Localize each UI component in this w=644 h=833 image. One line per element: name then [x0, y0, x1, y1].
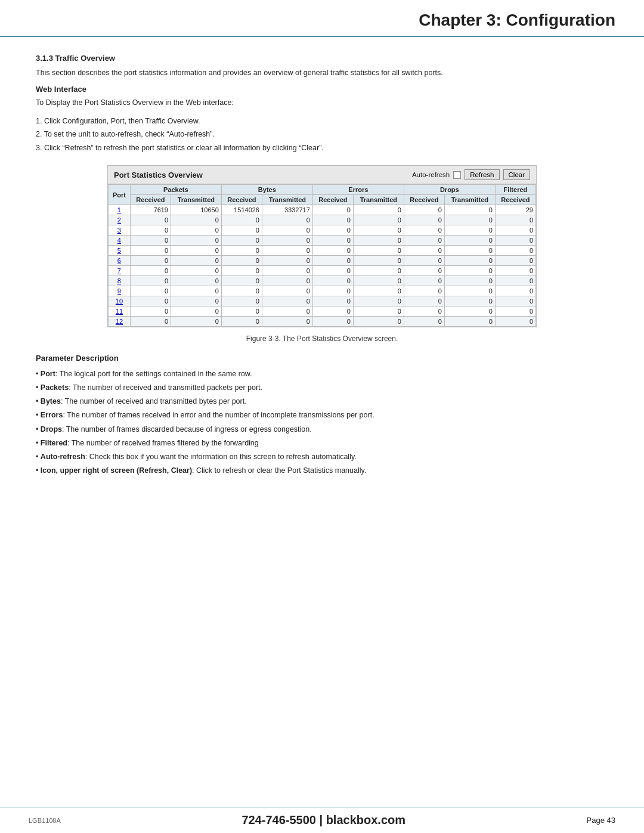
cell-drop-rx: 0 — [404, 215, 444, 225]
web-interface-intro: To Display the Port Statistics Overview … — [36, 97, 608, 109]
cell-pkt-tx: 0 — [171, 266, 222, 276]
cell-byte-rx: 0 — [221, 266, 262, 276]
table-row: 10 0 0 0 0 0 0 0 0 0 — [109, 296, 536, 306]
param-item: Packets: The number of received and tran… — [36, 381, 608, 395]
cell-byte-tx: 0 — [262, 286, 312, 296]
table-row: 1 7619 10650 1514026 3332717 0 0 0 0 29 — [109, 205, 536, 215]
cell-port: 6 — [109, 256, 131, 266]
param-item: Icon, upper right of screen (Refresh, Cl… — [36, 464, 608, 478]
cell-drop-tx: 0 — [444, 276, 495, 286]
page-footer: LGB1108A 724-746-5500 | blackbox.com Pag… — [0, 807, 644, 833]
cell-err-rx: 0 — [312, 286, 353, 296]
cell-err-rx: 0 — [312, 246, 353, 256]
cell-err-tx: 0 — [353, 246, 404, 256]
cell-pkt-rx: 7619 — [130, 205, 171, 215]
cell-err-tx: 0 — [353, 317, 404, 327]
cell-byte-tx: 0 — [262, 246, 312, 256]
param-item: Errors: The number of frames received in… — [36, 408, 608, 422]
table-row: 2 0 0 0 0 0 0 0 0 0 — [109, 215, 536, 225]
cell-err-rx: 0 — [312, 205, 353, 215]
cell-drop-rx: 0 — [404, 276, 444, 286]
cell-err-rx: 0 — [312, 317, 353, 327]
clear-button[interactable]: Clear — [503, 169, 530, 180]
table-row: 11 0 0 0 0 0 0 0 0 0 — [109, 306, 536, 317]
cell-port: 11 — [109, 306, 131, 317]
cell-filt-rx: 0 — [495, 317, 535, 327]
param-item: Auto-refresh: Check this box if you want… — [36, 450, 608, 464]
web-interface-title: Web Interface — [36, 85, 608, 94]
cell-err-rx: 0 — [312, 225, 353, 236]
cell-pkt-tx: 0 — [171, 236, 222, 246]
cell-err-rx: 0 — [312, 296, 353, 306]
param-item: Port: The logical port for the settings … — [36, 367, 608, 381]
cell-drop-rx: 0 — [404, 317, 444, 327]
param-item: Bytes: The number of received and transm… — [36, 395, 608, 408]
cell-drop-tx: 0 — [444, 266, 495, 276]
table-row: 7 0 0 0 0 0 0 0 0 0 — [109, 266, 536, 276]
col-group-errors: Errors — [312, 185, 404, 195]
param-item: Drops: The number of frames discarded be… — [36, 423, 608, 436]
cell-port: 4 — [109, 236, 131, 246]
main-content: 3.1.3 Traffic Overview This section desc… — [0, 37, 644, 525]
cell-byte-rx: 0 — [221, 246, 262, 256]
cell-err-tx: 0 — [353, 256, 404, 266]
chapter-title: Chapter 3: Configuration — [29, 11, 615, 30]
table-header-bar: Port Statistics Overview Auto-refresh Re… — [108, 166, 536, 184]
cell-err-tx: 0 — [353, 266, 404, 276]
footer-right: Page 43 — [587, 816, 615, 825]
table-row: 3 0 0 0 0 0 0 0 0 0 — [109, 225, 536, 236]
cell-drop-rx: 0 — [404, 286, 444, 296]
cell-pkt-rx: 0 — [130, 236, 171, 246]
col-port: Port — [109, 185, 131, 205]
cell-byte-tx: 0 — [262, 236, 312, 246]
cell-drop-rx: 0 — [404, 225, 444, 236]
cell-filt-rx: 0 — [495, 286, 535, 296]
refresh-button[interactable]: Refresh — [465, 169, 499, 180]
auto-refresh-checkbox[interactable] — [453, 171, 461, 179]
cell-pkt-tx: 0 — [171, 225, 222, 236]
cell-byte-tx: 0 — [262, 225, 312, 236]
col-filtered-received: Received — [495, 195, 535, 205]
cell-err-rx: 0 — [312, 215, 353, 225]
cell-err-tx: 0 — [353, 306, 404, 317]
cell-err-tx: 0 — [353, 205, 404, 215]
cell-byte-rx: 0 — [221, 256, 262, 266]
cell-drop-tx: 0 — [444, 256, 495, 266]
cell-err-rx: 0 — [312, 266, 353, 276]
param-section-title: Parameter Description — [36, 354, 608, 363]
step-3: 3. Click “Refresh” to refresh the port s… — [36, 141, 608, 155]
cell-port: 3 — [109, 225, 131, 236]
cell-pkt-tx: 0 — [171, 317, 222, 327]
cell-drop-tx: 0 — [444, 306, 495, 317]
col-group-filtered: Filtered — [495, 185, 535, 195]
cell-pkt-rx: 0 — [130, 215, 171, 225]
cell-byte-rx: 0 — [221, 225, 262, 236]
cell-drop-tx: 0 — [444, 225, 495, 236]
param-list: Port: The logical port for the settings … — [36, 367, 608, 478]
auto-refresh-label: Auto-refresh — [412, 171, 450, 178]
cell-filt-rx: 0 — [495, 236, 535, 246]
cell-byte-tx: 0 — [262, 266, 312, 276]
stats-table: Port Packets Bytes Errors Drops Filtered… — [108, 184, 536, 327]
step-2: 2. To set the unit to auto-refresh, chec… — [36, 128, 608, 141]
cell-filt-rx: 0 — [495, 225, 535, 236]
cell-port: 10 — [109, 296, 131, 306]
cell-pkt-tx: 0 — [171, 306, 222, 317]
cell-drop-tx: 0 — [444, 246, 495, 256]
cell-drop-rx: 0 — [404, 306, 444, 317]
cell-err-rx: 0 — [312, 306, 353, 317]
table-row: 6 0 0 0 0 0 0 0 0 0 — [109, 256, 536, 266]
cell-pkt-rx: 0 — [130, 246, 171, 256]
table-row: 12 0 0 0 0 0 0 0 0 0 — [109, 317, 536, 327]
cell-pkt-tx: 0 — [171, 296, 222, 306]
cell-drop-rx: 0 — [404, 236, 444, 246]
col-bytes-transmitted: Transmitted — [262, 195, 312, 205]
col-errors-transmitted: Transmitted — [353, 195, 404, 205]
cell-drop-tx: 0 — [444, 317, 495, 327]
cell-pkt-rx: 0 — [130, 296, 171, 306]
cell-port: 2 — [109, 215, 131, 225]
cell-err-tx: 0 — [353, 236, 404, 246]
cell-filt-rx: 0 — [495, 306, 535, 317]
cell-pkt-tx: 0 — [171, 215, 222, 225]
cell-pkt-rx: 0 — [130, 225, 171, 236]
